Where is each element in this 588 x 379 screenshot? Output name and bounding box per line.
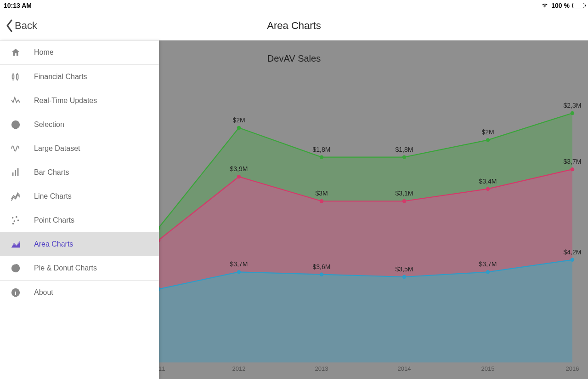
svg-text:$4,2M: $4,2M [564, 248, 582, 256]
sidebar-item-largedataset[interactable]: Large Dataset [0, 137, 159, 161]
svg-point-31 [571, 111, 574, 115]
sidebar-item-home[interactable]: Home [0, 40, 159, 64]
sidebar-item-label: Point Charts [34, 216, 74, 224]
svg-point-43 [12, 223, 14, 225]
svg-point-27 [402, 155, 406, 159]
sidebar-item-bar[interactable]: Bar Charts [0, 161, 159, 184]
home-icon [10, 47, 21, 58]
page-title: Area Charts [267, 20, 321, 32]
bar-chart-icon [10, 167, 21, 178]
area-chart-icon [10, 239, 21, 250]
sidebar-item-label: About [34, 288, 53, 297]
svg-point-25 [320, 155, 323, 159]
sidebar: Home Financial Charts Real-Time Updates … [0, 40, 159, 379]
sidebar-item-label: Real-Time Updates [34, 97, 97, 105]
wave-icon [10, 143, 21, 154]
nav-bar: Back Area Charts [0, 11, 588, 40]
sidebar-item-area[interactable]: Area Charts [0, 232, 159, 256]
svg-point-29 [486, 138, 490, 142]
candlestick-icon [10, 71, 21, 82]
svg-point-40 [16, 216, 17, 218]
svg-text:$2M: $2M [481, 128, 494, 136]
svg-text:i: i [15, 289, 17, 296]
back-button[interactable]: Back [6, 19, 37, 32]
status-bar: 10:13 AM 100 % [0, 0, 588, 11]
donut-icon [10, 263, 21, 274]
svg-text:2013: 2013 [315, 365, 328, 372]
sidebar-item-label: Line Charts [34, 192, 72, 201]
sidebar-item-line[interactable]: Line Charts [0, 184, 159, 208]
svg-point-42 [17, 219, 19, 221]
svg-text:$2M: $2M [232, 116, 245, 124]
line-chart-icon [10, 191, 21, 202]
svg-text:2012: 2012 [232, 365, 246, 372]
svg-point-5 [402, 275, 406, 279]
svg-point-14 [320, 199, 323, 203]
svg-point-18 [486, 187, 490, 190]
sidebar-item-financial[interactable]: Financial Charts [0, 65, 159, 89]
chevron-left-icon [6, 19, 14, 32]
svg-point-23 [237, 126, 241, 130]
svg-point-41 [13, 220, 15, 222]
svg-text:$3,7M: $3,7M [564, 158, 582, 165]
chart-title: DevAV Sales [267, 53, 321, 64]
sidebar-item-pie[interactable]: Pie & Donut Charts [0, 256, 159, 280]
svg-text:$3M: $3M [315, 190, 328, 197]
sidebar-item-selection[interactable]: Selection [0, 113, 159, 137]
pie-icon [10, 119, 21, 130]
svg-text:$3,7M: $3,7M [230, 260, 248, 268]
svg-text:$3,9M: $3,9M [230, 165, 248, 172]
sidebar-item-label: Area Charts [34, 240, 73, 248]
svg-point-9 [571, 258, 574, 262]
realtime-icon [10, 95, 21, 106]
svg-text:$3,6M: $3,6M [313, 263, 331, 270]
svg-text:$3,4M: $3,4M [479, 178, 497, 185]
sidebar-item-label: Pie & Donut Charts [34, 264, 97, 272]
sidebar-item-label: Financial Charts [34, 73, 87, 81]
svg-point-20 [571, 167, 574, 171]
wifi-icon [541, 2, 548, 9]
back-label: Back [15, 20, 37, 32]
sidebar-item-point[interactable]: Point Charts [0, 208, 159, 232]
scatter-icon [10, 215, 21, 226]
svg-text:2016: 2016 [566, 365, 579, 372]
sidebar-item-label: Selection [34, 121, 64, 129]
svg-point-12 [237, 175, 241, 178]
sidebar-item-label: Large Dataset [34, 144, 80, 153]
info-icon: i [10, 287, 21, 298]
battery-percent: 100 % [551, 2, 570, 9]
svg-point-16 [402, 199, 406, 203]
sidebar-item-label: Bar Charts [34, 168, 69, 177]
svg-text:$1,8M: $1,8M [396, 146, 413, 153]
sidebar-item-realtime[interactable]: Real-Time Updates [0, 89, 159, 113]
svg-point-1 [237, 270, 241, 274]
sidebar-item-about[interactable]: i About [0, 281, 159, 304]
svg-text:$3,1M: $3,1M [396, 190, 413, 197]
svg-text:$3,5M: $3,5M [396, 265, 413, 273]
clock: 10:13 AM [4, 2, 32, 9]
battery-icon [572, 3, 584, 8]
sidebar-item-label: Home [34, 48, 54, 57]
svg-point-39 [12, 217, 14, 219]
svg-text:$1,8M: $1,8M [313, 146, 331, 153]
svg-text:$3,7M: $3,7M [479, 260, 497, 268]
svg-text:2015: 2015 [481, 365, 495, 372]
svg-point-3 [320, 272, 323, 276]
svg-text:2014: 2014 [398, 365, 411, 372]
svg-point-7 [486, 270, 490, 274]
svg-text:$2,3M: $2,3M [564, 102, 582, 109]
